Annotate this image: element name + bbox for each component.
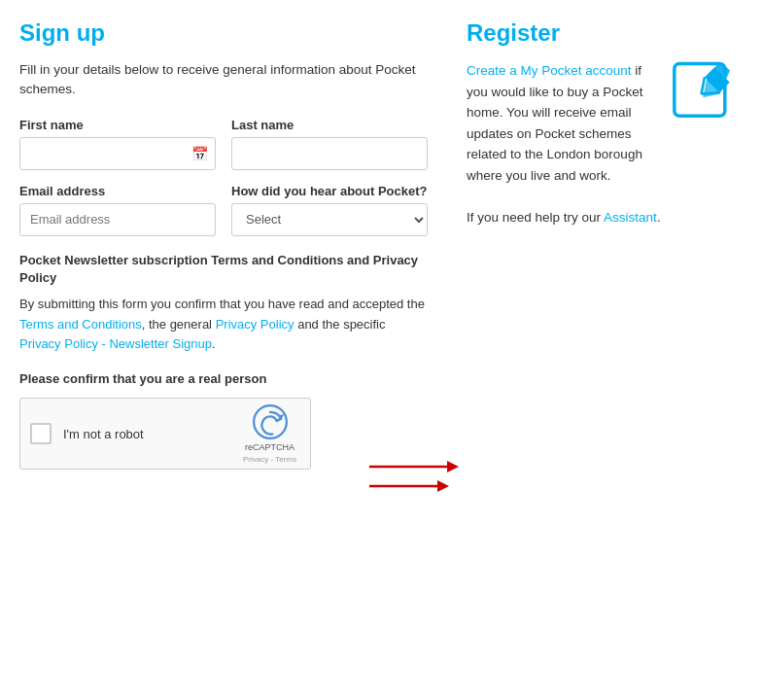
recaptcha-links: Privacy - Terms: [243, 455, 296, 464]
terms-section: Pocket Newsletter subscription Terms and…: [19, 252, 428, 356]
privacy-newsletter-link[interactable]: Privacy Policy - Newsletter Signup: [19, 336, 212, 351]
last-name-group: Last name: [231, 118, 428, 170]
assistant-text: If you need help try our Assistant.: [467, 210, 739, 225]
assistant-after: .: [657, 210, 661, 225]
terms-body-after: and the specific: [294, 317, 386, 332]
recaptcha-right: reCAPTCHA Privacy - Terms: [243, 404, 296, 464]
terms-body-before: By submitting this form you confirm that…: [19, 297, 425, 311]
signup-title: Sign up: [19, 19, 428, 47]
how-hear-select[interactable]: Select Google Friend Social Media Event …: [231, 203, 428, 236]
signup-description: Fill in your details below to receive ge…: [19, 60, 428, 100]
terms-text: By submitting this form you confirm that…: [19, 295, 428, 355]
captcha-title: Please confirm that you are a real perso…: [19, 370, 428, 388]
assistant-before: If you need help try our: [467, 210, 604, 225]
recaptcha-checkbox[interactable]: [30, 423, 52, 444]
register-edit-icon: [671, 60, 739, 123]
email-label: Email address: [19, 184, 216, 198]
svg-line-3: [702, 77, 705, 93]
first-name-input[interactable]: [19, 137, 216, 170]
register-section: Register Create a My Pocket account if y…: [467, 19, 739, 470]
terms-link[interactable]: Terms and Conditions: [19, 317, 142, 332]
captcha-section: Please confirm that you are a real perso…: [19, 370, 428, 470]
how-hear-label: How did you hear about Pocket?: [231, 184, 428, 198]
register-title: Register: [467, 19, 739, 47]
recaptcha-box[interactable]: I'm not a robot reCAPTCHA Privacy - Term…: [19, 398, 311, 470]
register-body: if you would like to buy a Pocket home. …: [467, 63, 643, 183]
recaptcha-logo-icon: [253, 404, 288, 439]
terms-body-middle: , the general: [142, 317, 216, 332]
name-row: First name 📅 Last name: [19, 118, 428, 170]
email-hear-row: Email address How did you hear about Poc…: [19, 184, 428, 236]
svg-marker-8: [437, 480, 449, 489]
create-account-link[interactable]: Create a My Pocket account: [467, 63, 632, 78]
register-header: Create a My Pocket account if you would …: [467, 60, 739, 196]
email-input[interactable]: [19, 203, 216, 236]
terms-title: Pocket Newsletter subscription Terms and…: [19, 252, 428, 287]
email-group: Email address: [19, 184, 216, 236]
first-name-group: First name 📅: [19, 118, 216, 170]
last-name-input[interactable]: [231, 137, 428, 170]
first-name-input-wrapper: 📅: [19, 137, 216, 170]
privacy-policy-link[interactable]: Privacy Policy: [216, 317, 294, 332]
recaptcha-left: I'm not a robot: [30, 423, 144, 444]
terms-body-end: .: [212, 336, 216, 351]
assistant-link[interactable]: Assistant: [604, 210, 657, 225]
last-name-label: Last name: [231, 118, 428, 132]
register-desc: Create a My Pocket account if you would …: [467, 60, 657, 187]
first-name-label: First name: [19, 118, 216, 132]
how-hear-group: How did you hear about Pocket? Select Go…: [231, 184, 428, 236]
signup-section: Sign up Fill in your details below to re…: [19, 19, 428, 470]
recaptcha-label: I'm not a robot: [63, 427, 144, 441]
recaptcha-brand: reCAPTCHA: [245, 442, 294, 452]
register-description-block: Create a My Pocket account if you would …: [467, 60, 657, 196]
